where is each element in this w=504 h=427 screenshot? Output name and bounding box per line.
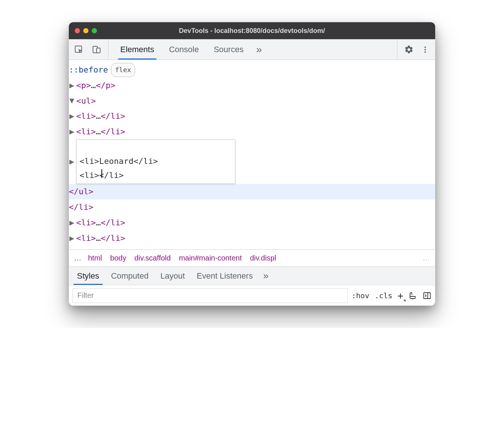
expand-arrow-icon[interactable]: ▶	[69, 215, 75, 231]
hov-toggle-button[interactable]: :hov	[352, 291, 369, 300]
dom-breadcrumb: … html body div.scaffold main#main-conte…	[69, 249, 435, 266]
breadcrumb-div-displ[interactable]: div.displ	[246, 254, 280, 262]
pseudo-before-row[interactable]: ::beforeflex	[69, 62, 435, 78]
html-edit-box[interactable]: <li>Leonard</li> <li></li>	[76, 139, 235, 184]
tab-sources[interactable]: Sources	[208, 39, 249, 60]
devtools-window: DevTools - localhost:8080/docs/devtools/…	[69, 22, 435, 306]
breadcrumb-div-scaffold[interactable]: div.scaffold	[131, 254, 175, 262]
svg-rect-6	[424, 293, 430, 299]
kebab-menu-icon[interactable]	[419, 43, 431, 56]
toggle-sidebar-icon[interactable]	[423, 291, 431, 300]
device-toolbar-icon[interactable]	[90, 43, 103, 56]
window-controls	[75, 28, 97, 33]
filter-buttons: :hov .cls +	[352, 290, 431, 301]
dom-node-li-close[interactable]: </li>	[69, 199, 435, 215]
tag-p-open: <p>	[76, 78, 91, 93]
settings-icon[interactable]	[403, 43, 415, 56]
main-tabs: Elements Console Sources	[114, 39, 249, 60]
toolbar-left	[73, 39, 108, 60]
main-toolbar: Elements Console Sources »	[69, 39, 435, 60]
inspect-element-icon[interactable]	[73, 43, 85, 56]
breadcrumb-main[interactable]: main#main-content	[175, 254, 246, 262]
dom-node-p[interactable]: ▶<p>…</p>	[69, 78, 435, 93]
expand-arrow-icon[interactable]: ▶	[69, 231, 75, 246]
edit-line-2: <li></li>	[80, 168, 124, 182]
svg-rect-2	[97, 48, 100, 53]
dom-node-ul-open[interactable]: ▼<ul>	[69, 93, 435, 109]
breadcrumb-body[interactable]: body	[107, 254, 131, 262]
titlebar: DevTools - localhost:8080/docs/devtools/…	[69, 22, 435, 39]
svg-rect-0	[75, 46, 81, 52]
minimize-window-button[interactable]	[83, 28, 88, 33]
more-tabs-button[interactable]: »	[252, 44, 266, 56]
dom-edit-row: ▶ <li>Leonard</li> <li></li>	[69, 139, 435, 184]
tab-styles[interactable]: Styles	[71, 267, 105, 285]
tag-ul-close: </ul>	[69, 184, 93, 199]
paint-brush-icon[interactable]	[409, 291, 417, 300]
breadcrumb-html[interactable]: html	[84, 254, 107, 262]
window-title: DevTools - localhost:8080/docs/devtools/…	[69, 27, 435, 35]
dom-node-li-3[interactable]: ▶<li>…</li>	[69, 215, 435, 231]
expand-arrow-icon[interactable]: ▶	[69, 154, 75, 169]
expand-arrow-icon[interactable]: ▶	[69, 108, 75, 124]
tab-elements[interactable]: Elements	[114, 39, 160, 60]
expand-arrow-icon[interactable]: ▶	[69, 78, 75, 93]
breadcrumb-leading-ellipsis[interactable]: …	[71, 254, 84, 262]
tab-layout[interactable]: Layout	[154, 267, 191, 285]
tag-ul-open: <ul>	[76, 93, 96, 109]
expand-arrow-icon[interactable]: ▶	[69, 124, 75, 139]
edit-line-1: <li>Leonard</li>	[80, 157, 158, 166]
breadcrumb-trailing-ellipsis[interactable]: …	[420, 254, 433, 262]
tab-computed[interactable]: Computed	[105, 267, 155, 285]
dom-node-li-2[interactable]: ▶<li>…</li>	[69, 124, 435, 139]
cls-toggle-button[interactable]: .cls	[374, 291, 392, 300]
close-window-button[interactable]	[75, 28, 80, 33]
tab-console[interactable]: Console	[163, 39, 205, 60]
svg-point-3	[424, 46, 426, 48]
dom-tree-pane: ::beforeflex ▶<p>…</p> ▼<ul> ▶<li>…</li>…	[69, 60, 435, 249]
dom-node-ul-close[interactable]: </ul>	[69, 184, 435, 199]
svg-point-4	[424, 48, 426, 50]
tab-event-listeners[interactable]: Event Listeners	[191, 267, 259, 285]
styles-filter-row: :hov .cls +	[69, 285, 435, 306]
dom-node-li-1[interactable]: ▶<li>…</li>	[69, 108, 435, 124]
flex-badge[interactable]: flex	[111, 63, 135, 77]
more-styles-tabs-button[interactable]: »	[259, 270, 273, 282]
dom-node-li-4[interactable]: ▶<li>…</li>	[69, 231, 435, 246]
pseudo-before-text: ::before	[69, 62, 108, 78]
styles-tabs: Styles Computed Layout Event Listeners »	[69, 266, 435, 285]
tag-p-close: </p>	[96, 78, 115, 93]
toolbar-right	[397, 39, 431, 60]
new-style-rule-icon[interactable]: +	[397, 290, 403, 301]
svg-point-5	[424, 51, 426, 53]
tag-li-close: </li>	[69, 199, 93, 215]
collapse-arrow-icon[interactable]: ▼	[69, 93, 75, 108]
maximize-window-button[interactable]	[92, 28, 97, 33]
styles-filter-input[interactable]	[73, 288, 348, 303]
